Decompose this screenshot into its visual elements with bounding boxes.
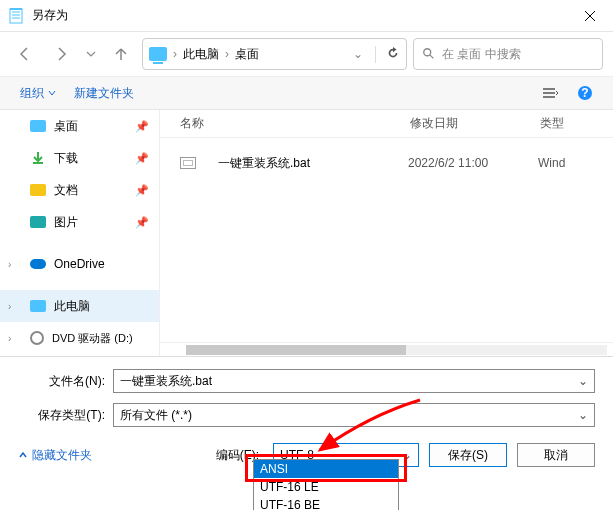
breadcrumb-desktop[interactable]: 桌面 [235,46,259,63]
address-bar[interactable]: › 此电脑 › 桌面 ⌄ [142,38,407,70]
desktop-icon [30,120,46,132]
chevron-up-icon [18,450,28,460]
svg-text:?: ? [581,86,588,100]
chevron-down-icon[interactable]: ⌄ [578,408,588,422]
svg-point-7 [424,49,431,56]
filetype-select[interactable]: 所有文件 (*.*) ⌄ [113,403,595,427]
close-button[interactable] [567,0,613,32]
file-header: 名称 修改日期 类型 [160,110,613,138]
filename-input[interactable]: 一键重装系统.bat ⌄ [113,369,595,393]
sidebar-item-documents[interactable]: 文档 📌 [0,174,159,206]
download-icon [30,150,46,166]
encoding-option-utf16be[interactable]: UTF-16 BE [254,496,398,510]
hide-folders-link[interactable]: 隐藏文件夹 [18,447,92,464]
encoding-dropdown: ANSI UTF-16 LE UTF-16 BE [253,459,399,510]
pc-icon [149,47,167,61]
filetype-label: 保存类型(T): [18,407,113,424]
chevron-down-icon[interactable]: ⌄ [353,47,363,61]
back-button[interactable] [10,39,40,69]
bat-file-icon [180,157,196,169]
save-button[interactable]: 保存(S) [429,443,507,467]
col-type[interactable]: 类型 [540,115,613,132]
titlebar: 另存为 [0,0,613,32]
search-input[interactable]: 在 桌面 中搜索 [413,38,603,70]
sidebar-item-pictures[interactable]: 图片 📌 [0,206,159,238]
col-name[interactable]: 名称 [180,115,410,132]
sidebar-item-onedrive[interactable]: › OneDrive [0,248,159,280]
encoding-option-utf16le[interactable]: UTF-16 LE [254,478,398,496]
col-date[interactable]: 修改日期 [410,115,540,132]
body: 桌面 📌 下载 📌 文档 📌 图片 📌 › OneDrive › 此电 [0,110,613,356]
encoding-option-ansi[interactable]: ANSI [254,460,398,478]
horizontal-scrollbar[interactable] [160,342,613,356]
cancel-button[interactable]: 取消 [517,443,595,467]
save-form: 文件名(N): 一键重装系统.bat ⌄ 保存类型(T): 所有文件 (*.*)… [0,356,613,427]
chevron-right-icon[interactable]: › [8,301,11,312]
view-options-button[interactable] [537,81,565,105]
sidebar-item-this-pc[interactable]: › 此电脑 [0,290,159,322]
refresh-button[interactable] [375,46,400,63]
sidebar-item-dvd[interactable]: › DVD 驱动器 (D:) [0,322,159,354]
pc-icon [30,300,46,312]
file-name: 一键重装系统.bat [218,155,408,172]
svg-rect-0 [10,9,22,23]
up-button[interactable] [106,39,136,69]
search-icon [422,47,436,61]
chevron-down-icon[interactable]: ⌄ [578,374,588,388]
filename-label: 文件名(N): [18,373,113,390]
breadcrumb-pc[interactable]: 此电脑 [183,46,219,63]
recent-button[interactable] [82,39,100,69]
chevron-right-icon[interactable]: › [8,333,11,344]
document-icon [30,184,46,196]
window-title: 另存为 [32,7,567,24]
pin-icon: 📌 [135,216,149,229]
chevron-right-icon[interactable]: › [8,259,11,270]
new-folder-button[interactable]: 新建文件夹 [68,81,140,106]
chevron-right-icon: › [225,47,229,61]
pin-icon: 📌 [135,184,149,197]
search-placeholder: 在 桌面 中搜索 [442,46,521,63]
sidebar: 桌面 📌 下载 📌 文档 📌 图片 📌 › OneDrive › 此电 [0,110,160,356]
file-pane: 名称 修改日期 类型 一键重装系统.bat 2022/6/2 11:00 Win… [160,110,613,356]
dvd-icon [30,331,44,345]
help-button[interactable]: ? [571,81,599,105]
toolbar: 组织 新建文件夹 ? [0,76,613,110]
nav-row: › 此电脑 › 桌面 ⌄ 在 桌面 中搜索 [0,32,613,76]
app-icon [0,8,32,24]
sidebar-item-downloads[interactable]: 下载 📌 [0,142,159,174]
chevron-down-icon[interactable]: ⌄ [402,448,412,462]
file-date: 2022/6/2 11:00 [408,156,538,170]
file-row[interactable]: 一键重装系统.bat 2022/6/2 11:00 Wind [160,148,613,178]
pin-icon: 📌 [135,152,149,165]
forward-button[interactable] [46,39,76,69]
pin-icon: 📌 [135,120,149,133]
svg-line-8 [430,55,434,59]
cloud-icon [30,259,46,269]
chevron-right-icon: › [173,47,177,61]
pictures-icon [30,216,46,228]
svg-rect-4 [10,8,22,10]
organize-button[interactable]: 组织 [14,81,62,106]
sidebar-item-desktop[interactable]: 桌面 📌 [0,110,159,142]
file-type: Wind [538,156,613,170]
